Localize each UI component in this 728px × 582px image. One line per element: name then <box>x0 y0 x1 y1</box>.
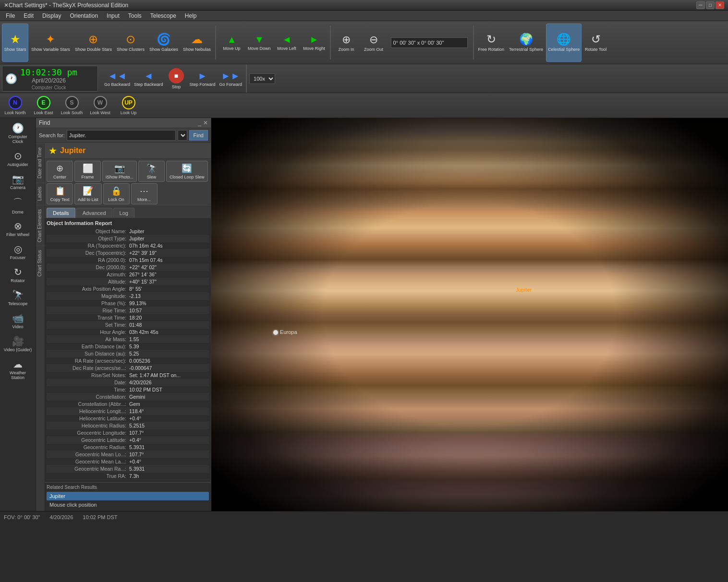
toolbar-3: N Look North E Look East S Look South W … <box>0 93 728 118</box>
move-right-button[interactable]: ►Move Right <box>301 24 328 62</box>
sidebar-filter-wheel[interactable]: ⊗Filter Wheel <box>1 218 35 240</box>
move-down-button[interactable]: ▼Move Down <box>246 24 273 62</box>
search-dropdown[interactable] <box>178 130 187 141</box>
sidebar-rotator[interactable]: ↻Rotator <box>1 264 35 286</box>
minimize-button[interactable]: ─ <box>696 1 705 9</box>
sidebar-camera[interactable]: 📷Camera <box>1 171 35 193</box>
maximize-button[interactable]: □ <box>706 1 715 9</box>
sidebar-video[interactable]: 📹Video <box>1 310 35 332</box>
step-forward-button[interactable]: ►Step Forward <box>188 66 217 91</box>
sidebar-autoguider[interactable]: ⊙Autoguider <box>1 148 35 170</box>
slew-btn[interactable]: 🔭Slew <box>138 161 165 182</box>
sidebar-telescope[interactable]: 🔭Telescope <box>1 287 35 309</box>
find-info-panel: Find _ ✕ Search for: Find Date and TimeL… <box>36 118 211 511</box>
info-row: Constellation:Gemini <box>47 393 209 401</box>
vertical-tabs: Date and TimeLabelsChart ElementsChart S… <box>36 143 45 511</box>
zoom-select[interactable]: 25x50x100x200x400x <box>249 73 275 84</box>
terrestrial-sphere-button[interactable]: 🌍Terrestrial Sphere <box>507 24 545 62</box>
menu-item-help[interactable]: Help <box>181 12 201 20</box>
menu-item-tools[interactable]: Tools <box>124 12 146 20</box>
filter-wheel-label: Filter Wheel <box>6 233 29 238</box>
vtab-labels[interactable]: Labels <box>36 182 45 204</box>
info-row: Dec (2000.0):+22° 42' 02" <box>47 264 209 271</box>
rotate-tool-button[interactable]: ↺Rotate Tool <box>582 24 609 62</box>
look-north-button[interactable]: N Look North <box>2 95 28 117</box>
result-item[interactable]: Jupiter <box>47 492 209 500</box>
frame-btn-icon: ⬜ <box>83 163 93 174</box>
move-left-button[interactable]: ◄Move Left <box>274 24 300 62</box>
sky-view[interactable]: Europa Jupiter <box>211 118 728 511</box>
move-up-button[interactable]: ▲Move Up <box>218 24 245 62</box>
look-east-button[interactable]: E Look East <box>30 95 57 117</box>
find-button[interactable]: Find <box>189 130 208 141</box>
sidebar-video-guider[interactable]: 🎥Video (Guider) <box>1 333 35 355</box>
lock-on-btn[interactable]: 🔒Lock On <box>103 183 130 204</box>
object-star-icon: ★ <box>49 145 57 156</box>
show-variable-button[interactable]: ✦Show Variable Stars <box>29 24 72 62</box>
copy-text-btn-icon: 📋 <box>55 186 65 196</box>
sidebar-weather-station[interactable]: ☁Weather Station <box>1 356 35 383</box>
info-row: Hour Angle:03h 42m 45s <box>47 329 209 336</box>
show-clusters-button[interactable]: ⊙Show Clusters <box>115 24 146 62</box>
show-photo-btn-icon: 📷 <box>114 163 125 174</box>
show-galaxies-button[interactable]: 🌀Show Galaxies <box>147 24 180 62</box>
slew-btn-icon: 🔭 <box>146 163 157 174</box>
show-stars-button[interactable]: ★Show Stars <box>2 24 28 62</box>
center-btn[interactable]: ⊕Center <box>47 161 73 182</box>
add-to-list-btn[interactable]: 📝Add to List <box>74 183 102 204</box>
frame-btn[interactable]: ⬜Frame <box>74 161 101 182</box>
sidebar-computer-clock[interactable]: 🕐Computer Clock <box>1 120 35 147</box>
closed-loop-slew-btn[interactable]: 🔄Closed Loop Slew <box>166 161 208 182</box>
stop-button[interactable]: ■Stop <box>166 66 187 91</box>
find-collapse-btn[interactable]: _ <box>198 119 201 126</box>
vtab-chart-status[interactable]: Chart Status <box>36 246 45 281</box>
info-row: Dec Rate (arcsecs/se...:-0.000647 <box>47 365 209 372</box>
go-forward-button[interactable]: ►►Go Forward <box>218 66 244 91</box>
coord-input[interactable] <box>391 37 468 48</box>
object-header: ★ Jupiter <box>45 143 211 159</box>
info-row: Rise/Set Notes:Set: 1:47 AM DST on... <box>47 372 209 379</box>
zoom-out-button[interactable]: ⊖Zoom Out <box>361 24 387 62</box>
app-icon: ✕ <box>4 2 9 9</box>
toolbar-1: ★Show Stars✦Show Variable Stars⊕Show Dou… <box>0 21 728 64</box>
computer-clock-icon: 🕐 <box>12 122 24 134</box>
dome-icon: ⌒ <box>13 196 23 209</box>
info-row: Constellation (Abbr...:Gem <box>47 401 209 408</box>
look-south-button[interactable]: S Look South <box>59 95 85 117</box>
go-backward-button[interactable]: ◄◄Go Backward <box>103 66 132 91</box>
show-nebulas-button[interactable]: ☁Show Nebulas <box>181 24 213 62</box>
menu-item-edit[interactable]: Edit <box>20 12 37 20</box>
look-west-button[interactable]: W Look West <box>87 95 113 117</box>
advanced-tab[interactable]: Advanced <box>76 208 112 218</box>
sidebar-focuser[interactable]: ◎Focuser <box>1 241 35 263</box>
log-tab[interactable]: Log <box>113 208 134 218</box>
more-btn[interactable]: ⋯More... <box>131 183 158 204</box>
menu-item-display[interactable]: Display <box>38 12 65 20</box>
find-close-btn[interactable]: ✕ <box>203 119 208 126</box>
menu-item-orientation[interactable]: Orientation <box>66 12 102 20</box>
clock-display: 10:02:30 pm April/20/2026 Computer Clock <box>20 67 77 90</box>
status-fov: FOV: 0° 00' 30" <box>4 514 40 520</box>
celestial-sphere-button[interactable]: 🌐Celestial Sphere <box>546 24 582 62</box>
close-button[interactable]: ✕ <box>716 1 724 9</box>
sidebar-dome[interactable]: ⌒Dome <box>1 194 35 217</box>
show-double-button[interactable]: ⊕Show Double Stars <box>73 24 114 62</box>
free-rotation-button[interactable]: ↻Free Rotation <box>476 24 507 62</box>
details-tab[interactable]: Details <box>47 208 75 218</box>
lock-on-btn-icon: 🔒 <box>111 186 121 196</box>
vtab-date-and-time[interactable]: Date and Time <box>36 143 45 182</box>
find-title: Find <box>39 119 50 126</box>
vtab-chart-elements[interactable]: Chart Elements <box>36 205 45 246</box>
copy-text-btn[interactable]: 📋Copy Text <box>47 183 73 204</box>
step-backward-button[interactable]: ◄Step Backward <box>133 66 165 91</box>
result-item[interactable]: Mouse click position <box>47 500 209 509</box>
status-date: 4/20/2026 <box>49 514 73 520</box>
look-up-button[interactable]: UP Look Up <box>115 95 142 117</box>
menu-item-telescope[interactable]: Telescope <box>146 12 180 20</box>
search-input[interactable] <box>67 130 176 141</box>
zoom-in-button[interactable]: ⊕Zoom In <box>333 24 360 62</box>
menu-item-file[interactable]: File <box>2 12 19 20</box>
show-photo-btn[interactable]: 📷iShow Photo... <box>102 161 137 182</box>
rotator-label: Rotator <box>11 279 25 284</box>
menu-item-input[interactable]: Input <box>103 12 123 20</box>
